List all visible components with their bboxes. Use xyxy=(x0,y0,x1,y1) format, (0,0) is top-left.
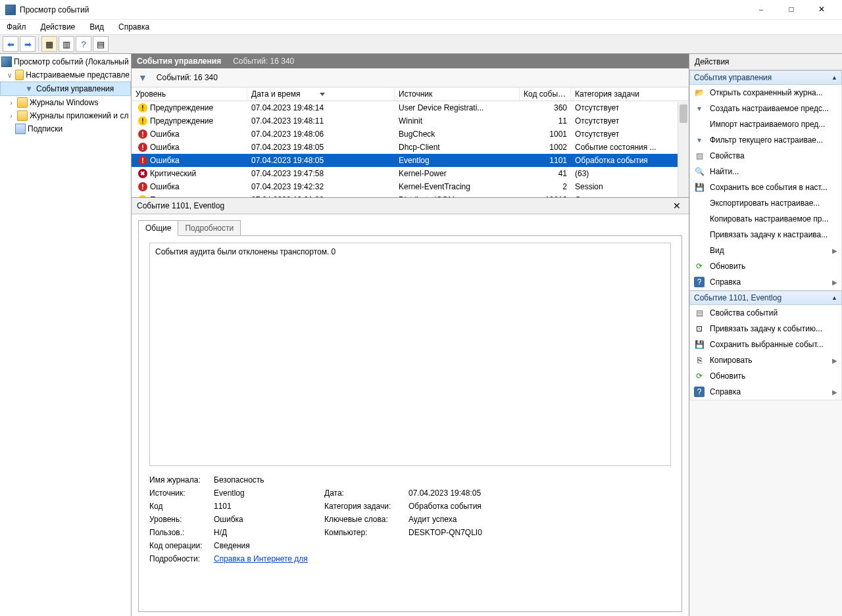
menu-view[interactable]: Вид xyxy=(87,21,107,33)
expand-toggle-icon[interactable]: › xyxy=(7,99,15,107)
action-item[interactable]: 💾Сохранить выбранные событ... xyxy=(690,337,841,352)
col-source[interactable]: Источник xyxy=(395,87,520,101)
maximize-button[interactable]: □ xyxy=(776,0,806,20)
action-label: Копировать xyxy=(710,356,753,365)
expand-toggle-icon[interactable]: › xyxy=(7,112,15,120)
action-item[interactable]: ⟳Обновить xyxy=(690,258,841,274)
menu-help[interactable]: Справка xyxy=(116,21,152,33)
col-cat[interactable]: Категория задачи xyxy=(571,87,689,101)
vertical-scrollbar[interactable] xyxy=(678,102,689,197)
tree-custom-views[interactable]: v Настраиваемые представле xyxy=(0,68,131,82)
event-row[interactable]: Предупреждение07.04.2023 19:48:11Wininit… xyxy=(132,114,689,128)
help-button[interactable]: ? xyxy=(76,36,91,52)
cell-date: 07.04.2023 19:48:06 xyxy=(247,128,395,141)
scrollbar-thumb[interactable] xyxy=(680,105,687,123)
cell-eid: 10016 xyxy=(520,193,571,198)
action-item[interactable]: Экспортировать настраивае... xyxy=(690,195,841,211)
menu-file[interactable]: Файл xyxy=(4,21,29,33)
tree-subscriptions[interactable]: Подписки xyxy=(0,122,131,135)
action-item[interactable]: ⎘Копировать▶ xyxy=(690,352,841,368)
actions-group1-header[interactable]: События управления ▲ xyxy=(689,70,842,85)
tab-details[interactable]: Подробности xyxy=(178,220,241,236)
col-level[interactable]: Уровень xyxy=(132,87,247,101)
action-item[interactable]: ▤Свойства событий xyxy=(690,305,841,321)
nav-forward-button[interactable]: ➡ xyxy=(20,36,36,52)
action-item[interactable]: Привязать задачу к настраива... xyxy=(690,227,841,243)
action-icon: ? xyxy=(694,387,705,397)
tree-admin-events[interactable]: ▼ События управления xyxy=(0,82,131,96)
show-hide-tree-button[interactable]: ▦ xyxy=(41,36,57,52)
cell-date: 07.04.2023 19:48:14 xyxy=(247,101,395,114)
tree-app-logs[interactable]: › Журналы приложений и сл xyxy=(0,109,131,122)
tree-root[interactable]: Просмотр событий (Локальный xyxy=(0,55,131,68)
actions-group2-header[interactable]: Событие 1101, Eventlog ▲ xyxy=(689,291,842,305)
cell-date: 07.04.2023 19:42:32 xyxy=(247,180,395,193)
collapse-icon: ▲ xyxy=(831,295,837,301)
actions-group1-list: 📂Открыть сохраненный журна...▾Создать на… xyxy=(689,85,842,291)
event-description[interactable]: События аудита были отклонены транспорто… xyxy=(149,243,671,466)
center-header-count: Событий: 16 340 xyxy=(233,57,294,66)
action-item[interactable]: 💾Сохранить все события в наст... xyxy=(690,179,841,195)
action-item[interactable]: ⊡Привязать задачу к событию... xyxy=(690,321,841,337)
cell-date: 07.04.2023 19:47:58 xyxy=(247,167,395,180)
detail-close-button[interactable]: ✕ xyxy=(670,201,683,211)
center-pane: События управления Событий: 16 340 ▼ Соб… xyxy=(132,54,689,616)
collapse-icon: ▲ xyxy=(831,74,837,81)
event-row[interactable]: Ошибка07.04.2023 19:42:32Kernel-EventTra… xyxy=(132,180,689,193)
detail-title: Событие 1101, Eventlog xyxy=(137,201,224,210)
val-opcode: Сведения xyxy=(214,541,671,550)
layout-button-1[interactable]: ▥ xyxy=(59,36,74,52)
action-item[interactable]: ⟳Обновить xyxy=(690,368,841,384)
val-level: Ошибка xyxy=(214,515,319,524)
event-row[interactable]: Ошибка07.04.2023 19:48:05Eventlog1101Обр… xyxy=(132,154,689,167)
expand-toggle-icon[interactable]: v xyxy=(7,72,13,79)
navigation-tree[interactable]: Просмотр событий (Локальный v Настраивае… xyxy=(0,54,132,616)
nav-back-button[interactable]: ⬅ xyxy=(3,36,18,52)
col-date[interactable]: Дата и время xyxy=(247,87,395,101)
event-row[interactable]: Критический07.04.2023 19:47:58Kernel-Pow… xyxy=(132,167,689,180)
submenu-arrow-icon: ▶ xyxy=(832,357,837,364)
action-item[interactable]: ?Справка▶ xyxy=(690,384,841,400)
action-item[interactable]: ?Справка▶ xyxy=(690,274,841,290)
action-item[interactable]: 🔍Найти... xyxy=(690,164,841,179)
action-label: Справка xyxy=(710,387,741,396)
main-area: Просмотр событий (Локальный v Настраивае… xyxy=(0,54,842,616)
cell-source: BugCheck xyxy=(395,128,520,141)
val-eid: 1101 xyxy=(214,502,319,511)
cell-source: Kernel-Power xyxy=(395,167,520,180)
event-row[interactable]: Предупреждение07.04.2023 19:48:14User De… xyxy=(132,101,689,114)
val-date: 07.04.2023 19:48:05 xyxy=(409,488,671,498)
cell-date: 07.04.2023 19:48:11 xyxy=(247,114,395,128)
tree-windows-logs[interactable]: › Журналы Windows xyxy=(0,96,131,109)
action-label: Справка xyxy=(710,277,741,287)
action-item[interactable]: Импорт настраиваемого пред... xyxy=(690,116,841,132)
tree-admin-events-label: События управления xyxy=(36,84,114,93)
event-list[interactable]: Уровень Дата и время Источник Код событи… xyxy=(132,87,689,198)
lbl-computer: Компьютер: xyxy=(324,528,403,537)
action-item[interactable]: ▾Фильтр текущего настраивае... xyxy=(690,132,841,148)
col-eid[interactable]: Код события xyxy=(520,87,571,101)
action-item[interactable]: ▾Создать настраиваемое предс... xyxy=(690,101,841,116)
menu-action[interactable]: Действие xyxy=(38,21,78,33)
event-row[interactable]: Предупреждение07.04.2023 19:01:33Distrib… xyxy=(132,193,689,198)
close-button[interactable]: ✕ xyxy=(806,0,837,20)
action-icon: ⟳ xyxy=(694,371,705,381)
minimize-button[interactable]: – xyxy=(746,0,776,20)
event-row[interactable]: Ошибка07.04.2023 19:48:06BugCheck1001Отс… xyxy=(132,128,689,141)
cell-date: 07.04.2023 19:01:33 xyxy=(247,193,395,198)
toolbar: ⬅ ➡ ▦ ▥ ? ▤ xyxy=(0,34,842,54)
action-item[interactable]: Копировать настраиваемое пр... xyxy=(690,211,841,227)
cell-cat: Отсутствует xyxy=(571,101,689,114)
tab-general[interactable]: Общие xyxy=(138,220,178,236)
moreinfo-link[interactable]: Справка в Интернете для xyxy=(214,554,671,563)
action-item[interactable]: Вид▶ xyxy=(690,243,841,258)
filter-row: ▼ Событий: 16 340 xyxy=(132,68,689,87)
val-source: Eventlog xyxy=(214,488,319,498)
action-item[interactable]: ▤Свойства xyxy=(690,148,841,164)
menubar: Файл Действие Вид Справка xyxy=(0,20,842,34)
layout-button-2[interactable]: ▤ xyxy=(93,36,109,52)
event-list-header[interactable]: Уровень Дата и время Источник Код событи… xyxy=(132,87,689,101)
lbl-keywords: Ключевые слова: xyxy=(324,515,403,524)
event-row[interactable]: Ошибка07.04.2023 19:48:05Dhcp-Client1002… xyxy=(132,141,689,154)
action-item[interactable]: 📂Открыть сохраненный журна... xyxy=(690,85,841,101)
